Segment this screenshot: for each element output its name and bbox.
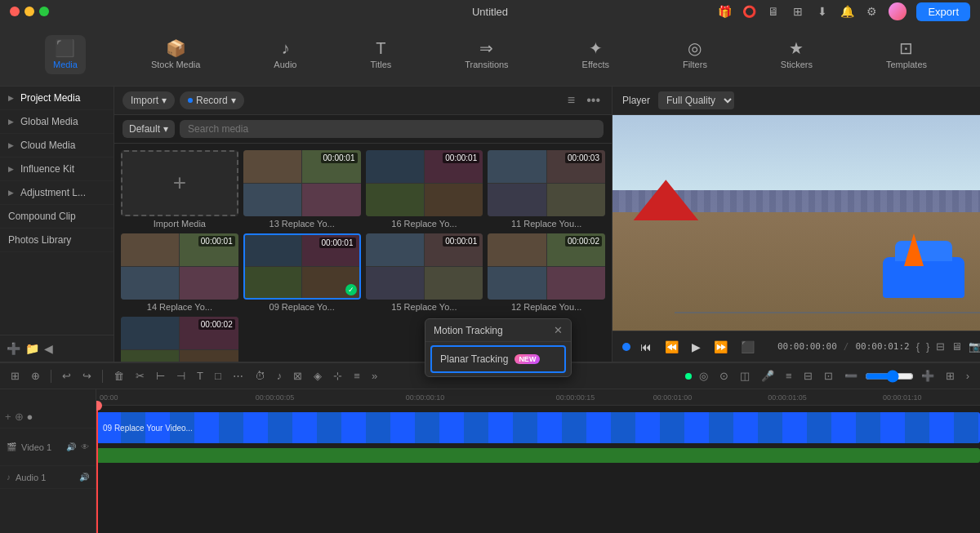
zoom-edit-button[interactable]: ⊠: [289, 368, 306, 384]
import-button[interactable]: Import ▾: [122, 91, 175, 109]
planar-tracking-item[interactable]: Planar Tracking NEW: [430, 345, 566, 373]
display-icon[interactable]: 🖥: [951, 340, 962, 353]
audio-button[interactable]: ♪: [273, 368, 287, 384]
download-icon[interactable]: ⬇: [815, 4, 830, 19]
import-media-thumb[interactable]: +: [121, 150, 238, 216]
sidebar-item-global-media[interactable]: ▶ Global Media: [0, 110, 114, 134]
maximize-button[interactable]: [39, 7, 49, 16]
speed-button[interactable]: ⏱: [251, 368, 270, 384]
step-back-button[interactable]: ⏪: [662, 339, 682, 355]
more-tools-button[interactable]: »: [368, 368, 381, 384]
view-options-button[interactable]: ⊞: [942, 368, 959, 384]
rect-button[interactable]: □: [211, 368, 225, 384]
cut-button[interactable]: ✂: [131, 368, 149, 384]
media-thumb[interactable]: 00:00:01: [243, 150, 361, 216]
record-track-button[interactable]: ●: [27, 411, 33, 423]
tab-media[interactable]: ⬛ Media: [45, 35, 86, 74]
media-thumb[interactable]: 00:00:01 ✓: [243, 233, 361, 300]
display-icon[interactable]: 🖥: [766, 4, 781, 19]
timeline-scroll[interactable]: 00:00 00:00:00:05 00:00:00:10 00:00:00:1…: [96, 389, 980, 533]
media-thumb[interactable]: 00:00:01: [366, 233, 483, 300]
sidebar-item-influence-kit[interactable]: ▶ Influence Kit: [0, 158, 114, 181]
tooltip-close-button[interactable]: ✕: [554, 324, 563, 336]
zoom-slider[interactable]: [865, 370, 914, 383]
bell-icon[interactable]: 🔔: [840, 4, 854, 19]
gift-icon[interactable]: 🎁: [717, 4, 732, 19]
color-button[interactable]: ◈: [310, 368, 326, 384]
minimize-button[interactable]: [24, 7, 34, 16]
bracket-right-icon[interactable]: }: [926, 340, 929, 353]
text-button[interactable]: T: [193, 368, 207, 384]
sidebar-item-project-media[interactable]: ▶ Project Media: [0, 87, 114, 110]
add-folder-icon[interactable]: ➕: [7, 342, 20, 355]
trim-button[interactable]: ⊢: [152, 368, 169, 384]
timeline-option2[interactable]: ⊙: [715, 368, 733, 384]
list-item[interactable]: 00:00:01 14 Replace Yo...: [121, 233, 238, 312]
redo-button[interactable]: ↪: [78, 368, 96, 384]
effect-button[interactable]: ⋯: [229, 368, 247, 384]
media-thumb[interactable]: 00:00:01: [366, 150, 483, 216]
split-button[interactable]: ⊣: [172, 368, 189, 384]
default-dropdown[interactable]: Default ▾: [122, 120, 175, 138]
more-button[interactable]: ›: [962, 368, 973, 384]
tab-transitions[interactable]: ⇒ Transitions: [457, 35, 516, 74]
audio-track[interactable]: [96, 448, 980, 463]
video1-eye-icon[interactable]: 👁: [81, 442, 89, 451]
options-icon[interactable]: ⊟: [936, 340, 945, 353]
audio1-mute-icon[interactable]: 🔊: [79, 473, 89, 482]
tab-stickers[interactable]: ★ Stickers: [773, 35, 821, 74]
add-video-track-button[interactable]: +: [5, 411, 11, 423]
undo-button[interactable]: ↩: [58, 368, 75, 384]
bracket-left-icon[interactable]: {: [916, 340, 920, 353]
folder-icon[interactable]: 📁: [25, 342, 39, 355]
magnet-button[interactable]: ⊕: [27, 368, 44, 384]
avatar[interactable]: [889, 2, 906, 20]
timeline-option5[interactable]: ≡: [782, 368, 796, 384]
quality-select[interactable]: Full Quality1/2 Quality1/4 Quality: [658, 91, 734, 109]
media-thumb[interactable]: 00:00:03: [488, 150, 605, 216]
timeline-option7[interactable]: ⊡: [820, 368, 837, 384]
media-thumb[interactable]: 00:00:02: [121, 317, 238, 362]
list-item[interactable]: 00:00:01 ✓ 09 Replace Yo...: [243, 233, 361, 312]
play-button[interactable]: ▶: [688, 339, 704, 355]
snapshot-icon[interactable]: 📷: [969, 340, 980, 353]
export-button[interactable]: Export: [916, 2, 970, 21]
more-icon[interactable]: •••: [583, 91, 604, 109]
timeline-option1[interactable]: ◎: [695, 368, 712, 384]
sidebar-item-photos-library[interactable]: Photos Library: [0, 229, 114, 252]
list-item[interactable]: 00:00:03 11 Replace You...: [488, 150, 605, 229]
zoom-in-button[interactable]: ➕: [917, 368, 938, 384]
media-thumb[interactable]: 00:00:01: [121, 233, 238, 300]
delete-button[interactable]: 🗑: [109, 368, 128, 384]
equalizer-button[interactable]: ≡: [350, 368, 364, 384]
timeline-option4[interactable]: 🎤: [757, 368, 778, 384]
video-track[interactable]: 09 Replace Your Video...: [96, 412, 980, 443]
collapse-icon[interactable]: ◀: [44, 342, 53, 355]
tab-titles[interactable]: T Titles: [362, 35, 399, 74]
ai-button[interactable]: ⊹: [329, 368, 346, 384]
search-input[interactable]: [180, 120, 604, 138]
sidebar-item-adjustment-l[interactable]: ▶ Adjustment L...: [0, 181, 114, 205]
import-media-item[interactable]: + Import Media: [121, 150, 238, 229]
list-item[interactable]: 00:00:02 10 Replace Yo...: [121, 317, 238, 362]
list-item[interactable]: 00:00:01 15 Replace Yo...: [366, 233, 483, 312]
sidebar-item-cloud-media[interactable]: ▶ Cloud Media: [0, 134, 114, 158]
sidebar-item-compound-clip[interactable]: Compound Clip: [0, 205, 114, 229]
filter-icon[interactable]: ≡: [564, 91, 578, 109]
media-thumb[interactable]: 00:00:02: [488, 233, 605, 300]
tab-templates[interactable]: ⊡ Templates: [878, 35, 935, 74]
record-button[interactable]: Record ▾: [180, 91, 244, 109]
timeline-option6[interactable]: ⊟: [800, 368, 817, 384]
zoom-out-button[interactable]: ➖: [840, 368, 862, 384]
tab-effects[interactable]: ✦ Effects: [574, 35, 617, 74]
list-item[interactable]: 00:00:01 16 Replace Yo...: [366, 150, 483, 229]
grid-view-button[interactable]: ⊞: [7, 368, 24, 384]
close-button[interactable]: [10, 7, 20, 16]
tab-filters[interactable]: ◎ Filters: [675, 35, 715, 74]
list-item[interactable]: 00:00:02 12 Replace You...: [488, 233, 605, 312]
list-item[interactable]: 00:00:01 13 Replace Yo...: [243, 150, 361, 229]
grid-icon[interactable]: ⊞: [791, 4, 805, 19]
timeline-option3[interactable]: ◫: [736, 368, 754, 384]
step-forward-button[interactable]: ⏩: [710, 339, 731, 355]
circle-icon[interactable]: ⭕: [742, 4, 756, 19]
